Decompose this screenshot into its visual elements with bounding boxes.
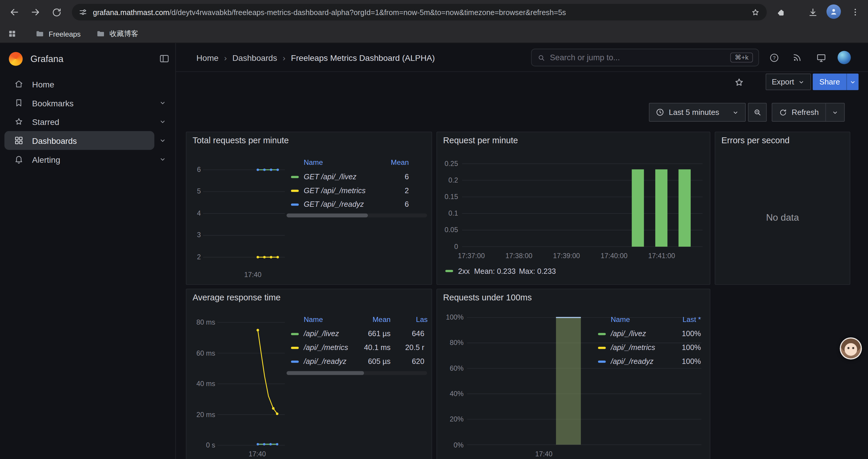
- url-path: /d/deytv4rwavabkb/freeleaps-metrics-dash…: [169, 8, 566, 16]
- refresh-icon: [779, 108, 787, 117]
- apps-shortcut-button[interactable]: [8, 29, 17, 38]
- export-label: Export: [772, 77, 794, 86]
- legend-header-name[interactable]: Name: [304, 315, 323, 324]
- folder-icon: [35, 29, 44, 38]
- download-icon: [807, 7, 818, 18]
- legend-series-name[interactable]: /api/_/livez: [611, 330, 646, 338]
- p2-chart[interactable]: [462, 160, 703, 251]
- url-text: grafana.mathmast.com/d/deytv4rwavabkb/fr…: [93, 8, 566, 16]
- legend-header-name[interactable]: Name: [611, 315, 630, 324]
- refresh-split-button: Refresh: [772, 103, 845, 122]
- legend-scrollbar-thumb[interactable]: [286, 371, 364, 375]
- panel-title[interactable]: Total requests per minute: [193, 136, 289, 145]
- sidebar-link-starred[interactable]: Starred: [4, 112, 154, 131]
- browser-profile-button[interactable]: [827, 4, 841, 19]
- sidebar-expand-starred[interactable]: [154, 112, 171, 131]
- sidebar-expand-bookmarks[interactable]: [154, 93, 171, 112]
- legend-series-name[interactable]: GET /api/_/livez: [304, 172, 356, 182]
- legend-series-name[interactable]: /api/_/readyz: [304, 357, 346, 366]
- legend-header-mean[interactable]: Mean: [347, 315, 391, 324]
- y-tick: 80%: [437, 338, 464, 347]
- share-button[interactable]: Share: [813, 73, 847, 90]
- legend-last-value: 20.5 r: [393, 343, 424, 352]
- star-icon: [751, 7, 760, 17]
- sidebar-expand-dashboards[interactable]: [154, 131, 171, 150]
- share-menu-button[interactable]: [847, 73, 859, 90]
- y-tick: 0: [437, 242, 458, 251]
- legend-mean: Mean: 0.233: [474, 267, 516, 275]
- breadcrumb-dashboards[interactable]: Dashboards: [232, 53, 277, 62]
- legend-series-name[interactable]: 2xx: [458, 267, 469, 275]
- bookmark-folder-blogs[interactable]: 收藏博客: [93, 24, 142, 43]
- breadcrumb-home[interactable]: Home: [196, 53, 219, 62]
- legend-series-name[interactable]: /api/_/readyz: [611, 357, 653, 366]
- sidebar-link-home[interactable]: Home: [4, 75, 171, 94]
- legend-header-mean[interactable]: Mean: [369, 158, 409, 167]
- grafana-logo[interactable]: [9, 52, 23, 66]
- y-tick: 40%: [437, 389, 464, 398]
- site-settings-icon[interactable]: [79, 8, 88, 17]
- browser-forward-button[interactable]: [28, 4, 43, 20]
- legend-header-last[interactable]: Las: [416, 315, 428, 324]
- legend-series-name[interactable]: GET /api/_/readyz: [304, 200, 364, 209]
- main-area: Home › Dashboards › Freeleaps Metrics Da…: [176, 43, 868, 459]
- browser-back-button[interactable]: [6, 4, 22, 20]
- browser-menu-button[interactable]: [848, 4, 862, 20]
- browser-reload-button[interactable]: [49, 4, 64, 20]
- sidebar-link-alerting[interactable]: Alerting: [4, 150, 154, 169]
- legend-header-last[interactable]: Last *: [651, 315, 701, 324]
- zoom-out-time-button[interactable]: [748, 103, 767, 122]
- export-button[interactable]: Export: [766, 73, 811, 90]
- bookmark-star-button[interactable]: [751, 7, 760, 17]
- series-color-dash: [598, 347, 606, 349]
- legend-series-name[interactable]: /api/_/metrics: [611, 343, 655, 352]
- panel-average-response-time: Average response time 80 ms 60 ms 40 ms …: [186, 289, 432, 459]
- search-input[interactable]: Search or jump to... ⌘+k: [531, 49, 759, 66]
- extensions-button[interactable]: [773, 4, 789, 20]
- dashboard-canvas: Total requests per minute 6 5 4 3 2 17:4…: [176, 127, 868, 459]
- downloads-button[interactable]: [805, 4, 820, 20]
- legend-scrollbar[interactable]: [286, 214, 427, 218]
- p1-chart[interactable]: [203, 160, 285, 265]
- search-icon: [537, 54, 546, 62]
- p4-chart[interactable]: [217, 318, 285, 450]
- y-tick: 0.05: [437, 226, 458, 234]
- sidebar-link-dashboards[interactable]: Dashboards: [4, 131, 154, 150]
- news-button[interactable]: [792, 52, 803, 63]
- back-arrow-icon: [9, 6, 20, 18]
- time-range-picker[interactable]: Last 5 minutes: [649, 103, 746, 122]
- legend-scrollbar-thumb[interactable]: [286, 214, 368, 218]
- favorite-dashboard-button[interactable]: [734, 77, 745, 88]
- sidebar-link-bookmarks[interactable]: Bookmarks: [4, 93, 154, 112]
- star-icon: [14, 117, 24, 127]
- refresh-button[interactable]: Refresh: [772, 103, 826, 121]
- y-tick: 0 s: [186, 441, 215, 450]
- address-bar[interactable]: grafana.mathmast.com/d/deytv4rwavabkb/fr…: [72, 4, 767, 21]
- bookmark-folder-freeleaps[interactable]: Freeleaps: [32, 24, 84, 43]
- legend-scrollbar[interactable]: [286, 371, 427, 375]
- legend-row: 2xx Mean: 0.233 Max: 0.233: [445, 267, 556, 275]
- user-avatar[interactable]: [838, 51, 851, 64]
- legend-series-name[interactable]: /api/_/livez: [304, 330, 339, 338]
- legend-series-name[interactable]: /api/_/metrics: [304, 343, 348, 352]
- svg-text:?: ?: [773, 55, 775, 60]
- x-tick: 17:40:00: [595, 252, 633, 261]
- legend-series-name[interactable]: GET /api/_/metrics: [304, 186, 366, 195]
- series-color-dash: [445, 270, 453, 272]
- legend-header-name[interactable]: Name: [304, 158, 323, 167]
- panel-title[interactable]: Average response time: [193, 293, 281, 303]
- floating-assistant-avatar[interactable]: [840, 337, 862, 359]
- y-tick: 5: [186, 187, 201, 196]
- panel-title[interactable]: Errors per second: [721, 136, 790, 145]
- refresh-interval-button[interactable]: [826, 103, 844, 121]
- star-icon: [734, 77, 745, 88]
- sidebar-collapse-button[interactable]: [159, 53, 169, 64]
- series-color-dash: [291, 190, 299, 192]
- panel-title[interactable]: Requests under 100ms: [443, 293, 532, 303]
- help-button[interactable]: ?: [769, 52, 779, 63]
- kiosk-mode-button[interactable]: [815, 52, 826, 63]
- sidebar-expand-alerting[interactable]: [154, 150, 171, 169]
- panel-title[interactable]: Request per minute: [443, 136, 518, 145]
- y-tick: 4: [186, 209, 201, 218]
- y-tick: 20%: [437, 415, 464, 424]
